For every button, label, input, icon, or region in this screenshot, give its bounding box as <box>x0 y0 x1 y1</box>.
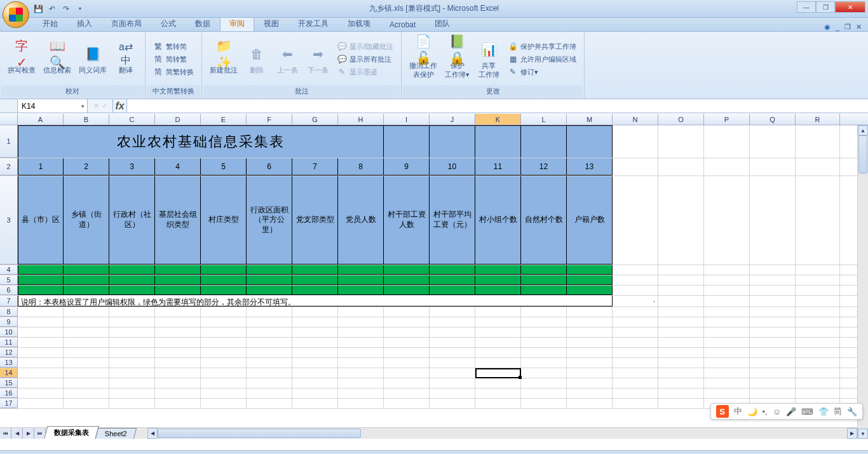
row-header[interactable]: 17 <box>0 399 18 408</box>
tab-developer[interactable]: 开发工具 <box>288 16 338 31</box>
col-header[interactable]: C <box>109 114 155 125</box>
ime-toolbar[interactable]: S 中 🌙 •, ☺ 🎤 ⌨ 👕 简 🔧 <box>710 403 863 420</box>
name-box[interactable]: K14 <box>18 99 88 113</box>
tab-addins[interactable]: 加载项 <box>338 16 380 31</box>
sheet-nav-prev-icon[interactable]: ◀ <box>11 428 23 439</box>
sheet-nav-first-icon[interactable]: ⏮ <box>0 428 11 439</box>
scroll-right-icon[interactable]: ▶ <box>847 428 857 439</box>
sheet-tab-2[interactable]: Sheet2 <box>95 428 137 439</box>
vertical-scrollbar[interactable]: ▲ ▼ <box>857 125 868 439</box>
tab-insert[interactable]: 插入 <box>67 16 102 31</box>
col-header[interactable]: E <box>201 114 247 125</box>
data-cell[interactable] <box>18 285 64 295</box>
tab-acrobat[interactable]: Acrobat <box>380 18 425 31</box>
col-header[interactable]: P <box>704 114 750 125</box>
maximize-button[interactable]: ❐ <box>816 1 835 13</box>
row-header[interactable]: 5 <box>0 275 18 285</box>
col-header[interactable]: H <box>338 114 384 125</box>
qat-redo-icon[interactable]: ↷ <box>61 4 71 14</box>
data-cell[interactable] <box>155 265 201 275</box>
formula-bar[interactable] <box>127 99 868 113</box>
row-header[interactable]: 2 <box>0 158 18 175</box>
data-cell[interactable] <box>567 265 613 275</box>
ime-wrench-icon[interactable]: 🔧 <box>847 407 857 416</box>
col-header[interactable]: J <box>430 114 475 125</box>
data-cell[interactable] <box>201 275 247 285</box>
data-cell[interactable] <box>338 285 384 295</box>
ime-emoji-icon[interactable]: ☺ <box>773 407 781 416</box>
delete-comment-button[interactable]: 🗑删除 <box>243 43 271 76</box>
translate-button[interactable]: a⇄中翻译 <box>112 43 140 76</box>
spellcheck-button[interactable]: 字✓拼写检查 <box>5 43 38 76</box>
col-header[interactable]: F <box>247 114 292 125</box>
new-comment-button[interactable]: 📁✨新建批注 <box>207 43 240 76</box>
row-header[interactable]: 4 <box>0 265 18 275</box>
minimize-button[interactable]: — <box>797 1 816 13</box>
ime-punct-icon[interactable]: •, <box>763 407 768 416</box>
tab-view[interactable]: 视图 <box>254 16 288 31</box>
data-cell[interactable] <box>475 285 521 295</box>
sheet-tab-1[interactable]: 数据采集表 <box>44 426 98 439</box>
row-header[interactable]: 13 <box>0 358 18 368</box>
row-header[interactable]: 9 <box>0 317 18 327</box>
data-cell[interactable] <box>292 265 338 275</box>
show-all-comments-button[interactable]: 💬显示所有批注 <box>334 53 396 65</box>
office-button[interactable] <box>3 1 29 28</box>
protect-workbook-button[interactable]: 📗🔒保护工作簿▾ <box>442 38 472 81</box>
simp-to-trad-button[interactable]: 简简转繁 <box>151 53 196 65</box>
data-cell[interactable] <box>247 285 292 295</box>
data-cell[interactable] <box>292 285 338 295</box>
track-changes-button[interactable]: ✎修订▾ <box>505 66 579 78</box>
spreadsheet-grid[interactable]: A B C D E F G H I J K L M N O P Q R 1 农业… <box>0 114 868 439</box>
data-cell[interactable] <box>567 285 613 295</box>
data-cell[interactable] <box>521 285 567 295</box>
ime-lang[interactable]: 中 <box>734 406 742 417</box>
data-cell[interactable] <box>18 265 64 275</box>
col-header[interactable]: O <box>658 114 704 125</box>
unprotect-sheet-button[interactable]: 📄🔓撤消工作表保护 <box>407 38 440 81</box>
data-cell[interactable] <box>64 285 109 295</box>
next-comment-button[interactable]: ➡下一条 <box>304 43 332 76</box>
close-button[interactable]: ✕ <box>835 1 865 13</box>
data-cell[interactable] <box>109 285 155 295</box>
row-header[interactable]: 14 <box>0 368 18 378</box>
scroll-left-icon[interactable]: ◀ <box>147 428 158 439</box>
tab-pagelayout[interactable]: 页面布局 <box>102 16 151 31</box>
row-header[interactable]: 15 <box>0 378 18 388</box>
col-header[interactable]: I <box>384 114 430 125</box>
data-cell[interactable] <box>475 265 521 275</box>
scroll-thumb[interactable] <box>858 135 867 174</box>
tab-team[interactable]: 团队 <box>425 16 459 31</box>
qat-undo-icon[interactable]: ↶ <box>47 4 57 14</box>
protect-share-button[interactable]: 🔒保护并共享工作簿 <box>505 41 579 52</box>
row-header[interactable]: 16 <box>0 389 18 398</box>
data-cell[interactable] <box>64 275 109 285</box>
data-cell[interactable] <box>109 265 155 275</box>
doc-minimize-icon[interactable]: _ <box>836 24 839 31</box>
col-header[interactable]: R <box>796 114 840 125</box>
qat-customize-icon[interactable]: ▾ <box>75 4 85 14</box>
data-cell[interactable] <box>430 285 475 295</box>
thesaurus-button[interactable]: 📘同义词库 <box>76 43 109 76</box>
row-header[interactable]: 12 <box>0 348 18 357</box>
col-header[interactable]: Q <box>750 114 796 125</box>
convert-button[interactable]: 简简繁转换 <box>151 66 196 78</box>
col-header[interactable]: B <box>64 114 109 125</box>
data-cell[interactable] <box>292 275 338 285</box>
row-header[interactable]: 6 <box>0 285 18 295</box>
allow-edit-ranges-button[interactable]: ▦允许用户编辑区域 <box>505 53 579 65</box>
data-cell[interactable] <box>64 265 109 275</box>
tab-formulas[interactable]: 公式 <box>151 16 186 31</box>
data-cell[interactable] <box>109 275 155 285</box>
data-cell[interactable] <box>18 275 64 285</box>
data-cell[interactable] <box>384 265 430 275</box>
scroll-down-icon[interactable]: ▼ <box>858 429 868 439</box>
data-cell[interactable] <box>155 285 201 295</box>
tab-data[interactable]: 数据 <box>186 16 220 31</box>
data-cell[interactable] <box>384 275 430 285</box>
scroll-up-icon[interactable]: ▲ <box>858 125 868 135</box>
ime-simp[interactable]: 简 <box>834 406 842 417</box>
data-cell[interactable] <box>247 265 292 275</box>
data-cell[interactable] <box>155 275 201 285</box>
tab-review[interactable]: 审阅 <box>220 16 254 31</box>
